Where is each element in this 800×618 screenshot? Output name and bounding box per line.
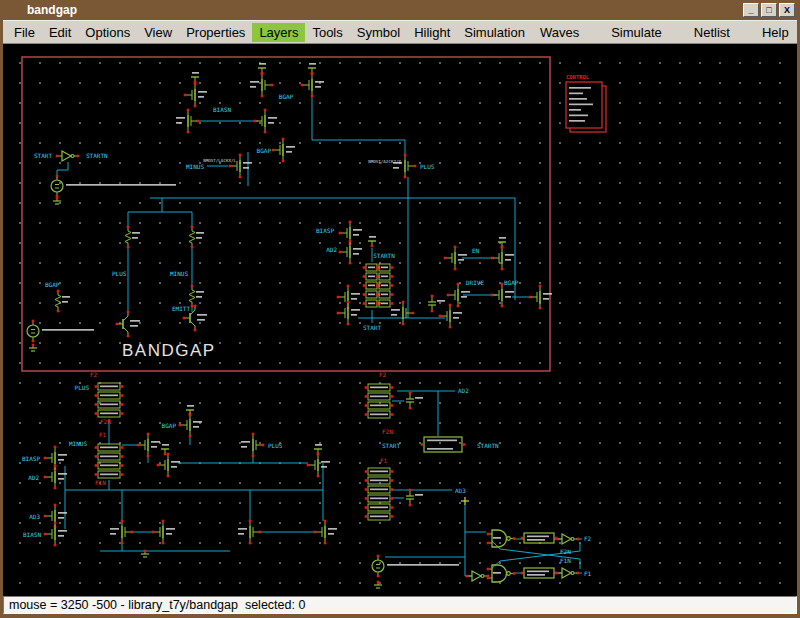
mosfet-symbol[interactable] — [241, 433, 264, 458]
net-label[interactable]: DRIVE — [466, 279, 484, 286]
mosfet-symbol[interactable] — [272, 138, 295, 163]
net-label[interactable]: PLUS — [268, 442, 283, 449]
net-label[interactable]: EMITT — [172, 305, 190, 312]
mosfet-symbol[interactable] — [250, 73, 273, 98]
net-label[interactable]: F2N — [560, 548, 571, 555]
wire[interactable] — [57, 162, 68, 178]
pin-label[interactable]: F1 — [380, 457, 388, 464]
schematic-canvas[interactable]: CONTROLSTARTSTARTNBIASNBGAPBGAPMINUSPLUS… — [3, 44, 797, 596]
net-label[interactable]: STARTN — [477, 442, 499, 449]
inverter-gate[interactable] — [56, 151, 80, 161]
mosfet-symbol[interactable] — [238, 520, 261, 545]
menu-simulate[interactable]: Simulate — [603, 23, 670, 42]
mosfet-symbol[interactable] — [254, 109, 277, 134]
gnd-symbol[interactable] — [374, 581, 382, 588]
pin-label[interactable]: F1 — [99, 431, 107, 438]
menu-edit[interactable]: Edit — [42, 23, 78, 42]
net-label[interactable]: MINUS — [170, 270, 188, 277]
menu-netlist[interactable]: Netlist — [686, 23, 738, 42]
mosfet-symbol[interactable] — [529, 285, 552, 310]
switch-stack[interactable] — [95, 444, 124, 478]
control-symbol[interactable]: CONTROL — [566, 74, 606, 132]
pin-label[interactable]: F1N — [95, 479, 106, 486]
menu-properties[interactable]: Properties — [179, 23, 252, 42]
marker-cross[interactable] — [461, 497, 469, 505]
switch-stack[interactable] — [95, 383, 124, 417]
menu-layers[interactable]: Layers — [252, 23, 305, 42]
block-symbol[interactable] — [421, 437, 466, 452]
net-label[interactable]: START — [382, 442, 400, 449]
inverter-gate[interactable] — [556, 534, 580, 544]
net-label[interactable]: STARTN — [86, 152, 108, 159]
vdd-symbol[interactable] — [368, 236, 376, 247]
mosfet-symbol[interactable] — [337, 301, 360, 326]
device-label[interactable]: NMOST/A2CK7/Y — [368, 159, 401, 164]
switch-stack[interactable] — [365, 468, 394, 520]
mosfet-symbol[interactable] — [44, 465, 67, 490]
menu-view[interactable]: View — [137, 23, 179, 42]
mosfet-symbol[interactable] — [137, 433, 160, 458]
pin-label[interactable]: F2 — [379, 371, 387, 378]
net-label[interactable]: BIASP — [22, 455, 40, 462]
bandgap-title-text[interactable]: BANDGAP — [122, 341, 216, 360]
block-symbol[interactable] — [521, 533, 558, 543]
menu-tools[interactable]: Tools — [305, 23, 349, 42]
net-label[interactable]: BGAP — [162, 422, 177, 429]
title-bar[interactable]: bandgap _ □ X — [3, 0, 797, 20]
wire[interactable] — [492, 541, 580, 569]
net-label[interactable]: EN — [472, 247, 480, 254]
menu-waves[interactable]: Waves — [532, 23, 587, 42]
selection-box[interactable] — [22, 57, 550, 371]
resistor-symbol[interactable] — [189, 226, 204, 249]
menu-simulation[interactable]: Simulation — [457, 23, 532, 42]
menu-help[interactable]: Help — [754, 23, 797, 42]
mosfet-symbol[interactable] — [491, 283, 514, 308]
menu-file[interactable]: File — [7, 23, 42, 42]
capacitor-symbol[interactable] — [406, 489, 423, 507]
net-label[interactable]: F2 — [584, 535, 592, 542]
net-label[interactable]: F1N — [560, 557, 571, 564]
inverter-gate[interactable] — [556, 568, 580, 578]
bjt-symbol[interactable] — [116, 311, 140, 338]
net-label[interactable]: BGAP — [45, 281, 60, 288]
net-label[interactable]: START — [34, 152, 52, 159]
nand-gate[interactable] — [487, 530, 516, 547]
net-label[interactable]: BGAP — [279, 93, 294, 100]
mosfet-symbol[interactable] — [179, 413, 202, 438]
gnd-symbol[interactable] — [53, 197, 61, 204]
menu-symbol[interactable]: Symbol — [350, 23, 407, 42]
mosfet-symbol[interactable] — [307, 453, 330, 478]
maximize-button[interactable]: □ — [761, 3, 777, 17]
voltage-source[interactable] — [51, 175, 176, 198]
capacitor-symbol[interactable] — [406, 392, 423, 410]
net-label[interactable]: PLUS — [420, 163, 435, 170]
net-label[interactable]: BIASN — [23, 531, 41, 538]
net-label[interactable]: BGAP — [257, 147, 272, 154]
resistor-symbol[interactable] — [55, 290, 70, 313]
net-label[interactable]: AD2 — [326, 246, 337, 253]
menu-options[interactable]: Options — [78, 23, 137, 42]
net-label[interactable]: AD3 — [455, 487, 466, 494]
net-label[interactable]: BGAP — [504, 279, 519, 286]
vdd-symbol[interactable] — [308, 63, 316, 74]
vdd-symbol[interactable] — [191, 72, 199, 83]
resistor-symbol[interactable] — [189, 285, 204, 308]
net-label[interactable]: PLUS — [75, 384, 90, 391]
capacitor-symbol[interactable] — [428, 295, 445, 313]
vdd-symbol[interactable] — [186, 405, 194, 416]
mosfet-symbol[interactable] — [110, 520, 133, 545]
mosfet-symbol[interactable] — [439, 304, 462, 329]
close-button[interactable]: X — [779, 3, 795, 17]
nand-gate[interactable] — [487, 565, 516, 582]
net-label[interactable]: AD2 — [458, 387, 469, 394]
resistor-symbol[interactable] — [125, 226, 140, 249]
mosfet-symbol[interactable] — [393, 154, 416, 179]
mosfet-symbol[interactable] — [157, 453, 180, 478]
vdd-symbol[interactable] — [498, 237, 506, 248]
voltage-source[interactable] — [27, 320, 94, 343]
mosfet-symbol[interactable] — [184, 83, 207, 108]
net-label[interactable]: PLUS — [112, 270, 127, 277]
net-label[interactable]: MINUS — [186, 163, 204, 170]
schematic-drawing[interactable]: CONTROLSTARTSTARTNBIASNBGAPBGAPMINUSPLUS… — [3, 44, 797, 596]
net-label[interactable]: BIASN — [213, 106, 231, 113]
